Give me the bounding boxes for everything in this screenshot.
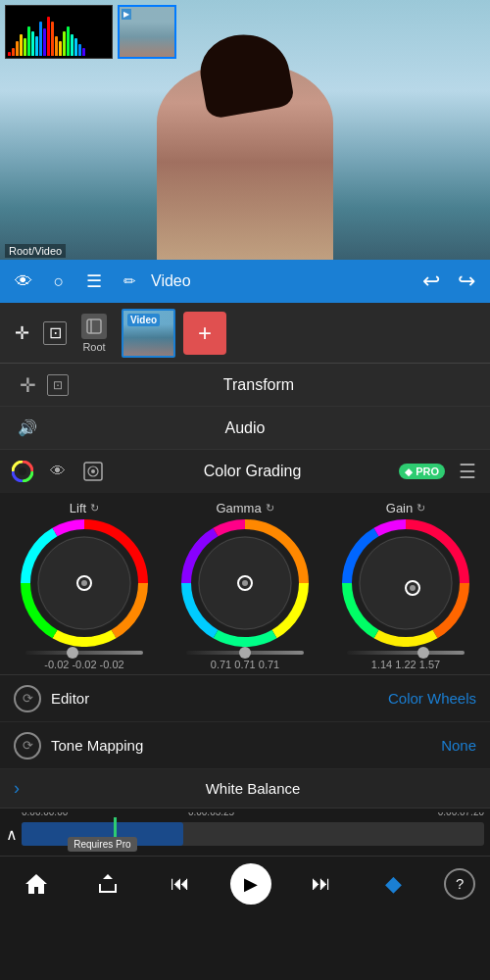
gain-slider-thumb [417,647,429,659]
lift-label: Lift [70,501,86,515]
gamma-wheel[interactable] [181,519,309,647]
gain-wheel-group: Gain ↻ [332,501,479,670]
audio-icon: 🔊 [14,415,41,442]
ts-end: 0:00:07:20 [438,812,484,817]
move-tool-icon[interactable]: ✛ [8,319,35,347]
root-label: Root [82,341,105,353]
clip-type-label: Video [127,314,160,326]
prev-frame-button[interactable]: ⏮ [159,862,202,906]
editor-row-label: Editor [51,690,388,707]
lift-slider-thumb [67,647,78,659]
gamma-slider[interactable] [186,651,304,655]
gamma-slider-thumb [239,647,251,659]
timeline-section: ∧ 0:00:00:00 0:00:03:25 0:00:07:20 Requi… [0,808,490,856]
video-clip[interactable]: Video [122,309,175,358]
gamma-slider-row: 0.71 0.71 0.71 [181,651,309,670]
video-path-label: Root/Video [5,244,66,258]
gamma-reset-icon[interactable]: ↻ [266,502,274,514]
svg-point-18 [242,580,248,586]
undo-button[interactable]: ↩ [417,268,445,295]
lift-wheel-group: Lift ↻ [11,501,158,670]
transform-section[interactable]: ✛ ⊡ Transform [0,364,490,407]
timeline-bar: ∧ 0:00:00:00 0:00:03:25 0:00:07:20 Requi… [0,812,490,856]
pro-label: PRO [416,466,439,477]
cg-header: 👁 Color Grading ◆ PRO ☰ [0,450,490,493]
diamond-button[interactable]: ◆ [372,862,416,906]
lift-slider-row: -0.02 -0.02 -0.02 [21,651,148,670]
svg-point-3 [19,467,26,475]
gamma-header: Gamma ↻ [216,501,273,515]
gamma-label: Gamma [216,501,261,515]
cg-eye-icon[interactable]: 👁 [45,459,71,484]
gain-slider[interactable] [347,651,465,655]
move-icon: ✛ [14,371,41,399]
eye-icon[interactable]: 👁 [10,268,37,295]
requires-pro-badge: Requires Pro [68,837,136,852]
svg-rect-0 [87,319,101,333]
white-balance-row[interactable]: › White Balance [0,769,490,808]
audio-section[interactable]: 🔊 Audio [0,407,490,450]
cg-scope-icon[interactable] [80,459,106,484]
gain-wheel[interactable] [342,519,469,647]
tone-mapping-value: None [441,737,476,754]
copy-icon: ⊡ [47,374,69,396]
timeline-collapse-icon[interactable]: ∧ [6,825,18,844]
gain-slider-row: 1.14 1.22 1.57 [342,651,469,670]
editor-row-value: Color Wheels [388,690,476,707]
gain-reset-icon[interactable]: ↻ [416,502,425,514]
editor-row[interactable]: ⟳ Editor Color Wheels [0,675,490,722]
color-wheels-container: Lift ↻ [0,493,490,674]
menu-icon[interactable]: ☰ [80,268,108,295]
pencil-icon[interactable]: ✏ [116,268,143,295]
tone-mapping-row[interactable]: ⟳ Tone Mapping None [0,722,490,769]
root-item[interactable]: Root [74,314,114,353]
add-clip-button[interactable]: + [183,312,226,355]
clip-track: ✛ ⊡ Root Video + [0,303,490,364]
wb-chevron-icon: › [14,778,20,799]
color-wheel-icon[interactable] [10,459,35,484]
timeline-track[interactable]: 0:00:00:00 0:00:03:25 0:00:07:20 Require… [22,822,484,846]
lift-values: -0.02 -0.02 -0.02 [44,659,123,670]
cg-title: Color Grading [116,463,389,480]
lift-reset-icon[interactable]: ↻ [90,502,99,514]
lift-wheel[interactable] [21,519,148,647]
diamond-icon: ◆ [405,466,413,477]
section-label: Video [151,272,191,290]
duplicate-icon[interactable]: ⊡ [43,321,67,345]
top-toolbar: 👁 ○ ☰ ✏ Video ↩ ↪ [0,260,490,303]
svg-point-13 [81,580,87,586]
gain-header: Gain ↻ [386,501,425,515]
color-grading-panel: 👁 Color Grading ◆ PRO ☰ Lift ↻ [0,450,490,675]
play-button[interactable]: ▶ [230,863,271,905]
ts-mid: 0:00:03:25 [188,812,234,817]
redo-button[interactable]: ↪ [453,268,480,295]
tone-mapping-icon: ⟳ [14,732,41,760]
gain-values: 1.14 1.22 1.57 [371,659,440,670]
lift-header: Lift ↻ [70,501,99,515]
bottom-nav: ⏮ ▶ ⏭ ◆ ? [0,856,490,910]
clip-thumbnail: ▶ [118,5,176,59]
svg-point-20 [359,536,453,630]
circle-icon[interactable]: ○ [45,268,73,295]
audio-label: Audio [47,419,443,437]
lift-slider[interactable] [25,651,143,655]
gamma-wheel-group: Gamma ↻ [172,501,318,670]
help-button[interactable]: ? [444,868,475,900]
ts-start: 0:00:00:00 [22,812,68,817]
transform-label: Transform [74,376,443,394]
video-preview: ▶ Root/Video [0,0,490,260]
waveform-display [5,5,113,59]
white-balance-label: White Balance [29,780,476,797]
cg-menu-icon[interactable]: ☰ [455,459,480,484]
home-button[interactable] [15,862,58,906]
editor-circle-icon: ⟳ [14,685,41,712]
share-button[interactable] [86,862,129,906]
gamma-values: 0.71 0.71 0.71 [211,659,279,670]
tone-mapping-label: Tone Mapping [51,737,441,754]
pro-badge[interactable]: ◆ PRO [399,464,445,479]
gain-label: Gain [386,501,413,515]
next-frame-button[interactable]: ⏭ [300,862,343,906]
svg-point-23 [410,585,416,591]
svg-point-6 [91,469,95,473]
root-icon [81,314,107,339]
